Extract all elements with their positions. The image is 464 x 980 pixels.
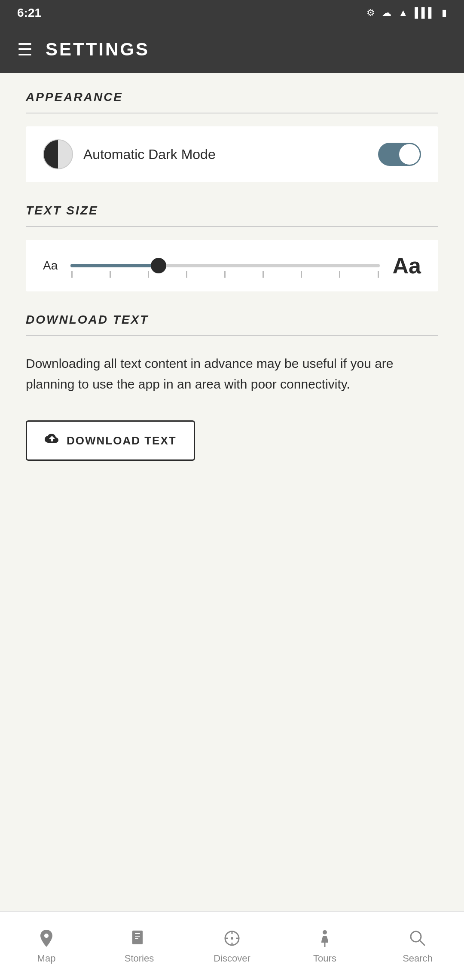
- text-size-section-header: TEXT SIZE: [26, 204, 438, 217]
- svg-rect-2: [135, 936, 140, 937]
- discover-icon: [222, 928, 242, 949]
- slider-thumb[interactable]: [151, 258, 166, 273]
- svg-line-13: [420, 940, 424, 945]
- svg-rect-0: [132, 931, 143, 944]
- download-button-label: DOWNLOAD TEXT: [67, 434, 177, 447]
- slider-tick-7: [301, 271, 302, 278]
- nav-label-search: Search: [403, 953, 433, 964]
- status-time: 6:21: [17, 6, 41, 20]
- stories-icon: [129, 928, 150, 949]
- signal-status-icon: ▌▌▌: [415, 7, 435, 18]
- slider-track: [70, 264, 379, 267]
- slider-tick-5: [224, 271, 226, 278]
- dark-mode-left: Automatic Dark Mode: [43, 139, 216, 169]
- battery-status-icon: ▮: [442, 7, 447, 18]
- wifi-status-icon: ▲: [398, 7, 408, 18]
- nav-label-stories: Stories: [125, 953, 154, 964]
- download-text-section-header: DOWNLOAD TEXT: [26, 313, 438, 327]
- cloud-status-icon: ☁: [382, 7, 391, 18]
- download-text-button[interactable]: DOWNLOAD TEXT: [26, 420, 195, 461]
- download-text-section: DOWNLOAD TEXT Downloading all text conte…: [26, 313, 438, 461]
- text-size-large-label: Aa: [393, 253, 421, 279]
- nav-label-discover: Discover: [214, 953, 250, 964]
- nav-label-tours: Tours: [313, 953, 336, 964]
- download-text-description: Downloading all text content in advance …: [26, 349, 438, 399]
- slider-tick-8: [339, 271, 340, 278]
- nav-item-stories[interactable]: Stories: [93, 928, 186, 964]
- slider-tick-1: [71, 271, 73, 278]
- text-size-row: Aa Aa: [26, 240, 438, 291]
- map-icon: [36, 928, 57, 949]
- bottom-navigation: Map Stories Discover Tours: [0, 911, 464, 980]
- text-size-small-label: Aa: [43, 259, 58, 273]
- slider-tick-9: [378, 271, 379, 278]
- svg-point-5: [231, 937, 233, 940]
- dark-mode-icon: [43, 139, 73, 169]
- dark-mode-label: Automatic Dark Mode: [83, 147, 216, 162]
- main-content: APPEARANCE Automatic Dark Mode TEXT SIZE…: [0, 73, 464, 499]
- slider-tick-4: [186, 271, 187, 278]
- dark-mode-toggle[interactable]: [378, 143, 421, 166]
- nav-item-search[interactable]: Search: [371, 928, 464, 964]
- slider-tick-3: [148, 271, 149, 278]
- dark-mode-row: Automatic Dark Mode: [26, 126, 438, 182]
- text-size-slider-container[interactable]: [70, 264, 379, 267]
- text-size-divider: [26, 226, 438, 227]
- status-bar: 6:21 ⚙ ☁ ▲ ▌▌▌ ▮: [0, 0, 464, 26]
- appearance-section-header: APPEARANCE: [26, 90, 438, 104]
- app-header: ☰ SETTINGS: [0, 26, 464, 73]
- menu-button[interactable]: ☰: [17, 40, 33, 59]
- settings-status-icon: ⚙: [366, 7, 375, 18]
- slider-fill: [70, 264, 157, 267]
- nav-item-discover[interactable]: Discover: [186, 928, 278, 964]
- nav-label-map: Map: [37, 953, 56, 964]
- appearance-divider: [26, 113, 438, 113]
- slider-ticks: [70, 271, 379, 278]
- nav-item-map[interactable]: Map: [0, 928, 93, 964]
- text-size-section: TEXT SIZE Aa: [26, 204, 438, 291]
- search-icon: [407, 928, 428, 949]
- download-cloud-icon: [44, 431, 60, 450]
- svg-rect-1: [135, 933, 140, 934]
- toggle-knob: [399, 144, 420, 165]
- slider-tick-2: [110, 271, 111, 278]
- page-title: SETTINGS: [46, 39, 150, 60]
- download-text-divider: [26, 335, 438, 336]
- nav-item-tours[interactable]: Tours: [278, 928, 371, 964]
- tours-icon: [314, 928, 335, 949]
- slider-tick-6: [263, 271, 264, 278]
- svg-point-10: [323, 930, 327, 934]
- status-icons: ⚙ ☁ ▲ ▌▌▌ ▮: [366, 7, 447, 18]
- appearance-section: APPEARANCE Automatic Dark Mode: [26, 90, 438, 182]
- svg-rect-3: [135, 938, 138, 939]
